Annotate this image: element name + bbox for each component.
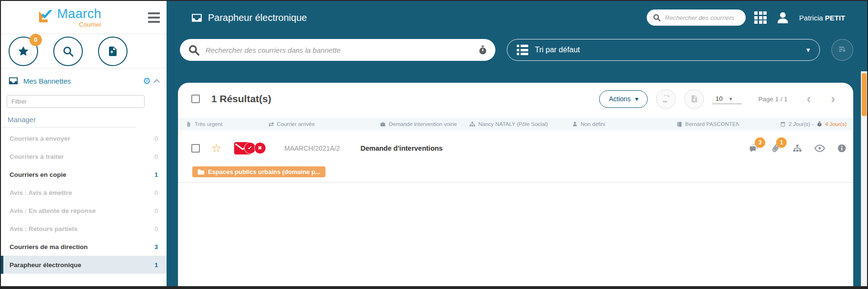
caret-down-icon: ▾ <box>729 96 732 102</box>
tags-row: Espaces publics urbains (domaine p... <box>178 164 853 182</box>
preview-button[interactable] <box>814 144 825 153</box>
basket-count: 0 <box>155 135 158 142</box>
results-card: 1 Résultat(s) Actions ▾ <box>178 83 853 286</box>
column-priority[interactable]: Très urgent <box>178 121 268 127</box>
briefcase-icon <box>380 121 386 127</box>
calendar-icon <box>780 121 786 127</box>
sidebar-item-courriers-a-envoyer[interactable]: Courriers à envoyer 0 <box>1 129 167 147</box>
star-icon <box>17 45 30 58</box>
comments-badge: 3 <box>755 137 765 148</box>
scrollbar[interactable] <box>861 71 867 286</box>
sort-label: Tri par défaut <box>535 46 580 54</box>
actions-button[interactable]: Actions ▾ <box>599 90 648 108</box>
folder-tag[interactable]: Espaces publics urbains (domaine p... <box>192 166 326 177</box>
column-assignee[interactable]: Non défini <box>572 121 677 127</box>
cross-badge-icon: ✖ <box>254 142 266 154</box>
sort-descending-icon <box>838 45 847 55</box>
info-icon <box>837 144 847 153</box>
scrollbar-thumb[interactable] <box>862 73 867 116</box>
sidebar-quick-actions: 0 <box>1 34 167 68</box>
global-search <box>647 10 746 26</box>
column-category[interactable]: ⇄ Courrier arrivée <box>268 120 380 128</box>
basket-search <box>180 39 495 61</box>
basket-count: 1 <box>155 171 158 178</box>
content-area: 1 Résultat(s) Actions ▾ <box>167 66 867 286</box>
basket-count: 1 <box>155 261 158 269</box>
document-subject[interactable]: Demande d'interventions <box>361 144 443 152</box>
sidebar-item-courriers-de-ma-direction[interactable]: Courriers de ma direction 3 <box>1 238 167 256</box>
comments-button[interactable]: 3 <box>749 144 759 153</box>
basket-count: 0 <box>155 189 158 196</box>
basket-group-label: Manager <box>2 116 136 127</box>
collapse-chevron-icon[interactable] <box>154 79 160 85</box>
maarch-logo: Maarch Courrier <box>37 8 101 28</box>
attachments-badge: 1 <box>776 137 787 148</box>
scroll-icon <box>661 94 671 104</box>
column-delays[interactable]: 2 Jour(s) - 4 Jour(s) <box>739 121 853 127</box>
stopwatch-icon[interactable] <box>478 45 488 55</box>
sort-direction-button[interactable] <box>831 39 853 61</box>
results-count: 1 Résultat(s) <box>211 93 271 105</box>
export-button[interactable] <box>684 89 704 109</box>
basket-count: 0 <box>155 207 158 214</box>
search-button[interactable] <box>53 37 83 66</box>
sidebar-item-courriers-a-traiter[interactable]: Courriers à traiter 0 <box>1 147 167 165</box>
new-document-button[interactable] <box>98 37 128 66</box>
favorites-button[interactable]: 0 <box>9 37 38 66</box>
favorites-badge: 0 <box>30 34 42 46</box>
caret-down-icon: ▾ <box>806 46 810 54</box>
search-icon <box>187 44 200 56</box>
bannettes-title: Mes Bannettes <box>23 77 71 85</box>
results-header: 1 Résultat(s) Actions ▾ <box>178 83 853 113</box>
next-page-button[interactable]: › <box>825 93 841 106</box>
eye-icon <box>814 144 825 153</box>
sidebar-item-avis-retours-partiels[interactable]: Avis : Retours partiels 0 <box>1 220 167 238</box>
brand-name: Maarch <box>57 8 101 20</box>
global-search-input[interactable] <box>665 14 740 21</box>
star-outline-icon[interactable]: ☆ <box>211 143 222 154</box>
sidebar-item-avis-en-attente[interactable]: Avis : En attente de réponse 0 <box>1 202 167 220</box>
summary-sheet-button[interactable] <box>656 89 676 109</box>
maarch-logo-icon <box>37 8 54 25</box>
baskets-list: Courriers à envoyer 0 Courriers à traite… <box>1 129 167 274</box>
column-subject-type[interactable]: Demande intervention voirie <box>380 121 469 127</box>
page-size-select[interactable]: 10 ▾ <box>712 94 742 104</box>
basket-toolbar: Tri par défaut ▾ <box>167 34 867 66</box>
sidebar: Maarch Courrier 0 <box>1 1 167 286</box>
page-title: Parapheur électronique <box>208 12 307 23</box>
attachments-button[interactable]: 1 <box>771 144 780 153</box>
inbox-icon <box>8 76 19 86</box>
filter-input[interactable] <box>7 95 145 108</box>
gear-icon[interactable]: ⚙ <box>143 77 151 86</box>
previous-page-button[interactable]: ‹ <box>801 93 817 106</box>
select-all-checkbox[interactable] <box>191 95 200 103</box>
row-checkbox[interactable] <box>191 144 200 153</box>
column-entity[interactable]: Nancy NATALY (Pôle Social) <box>469 121 572 127</box>
sort-select[interactable]: Tri par défaut ▾ <box>507 39 820 61</box>
hamburger-menu-icon[interactable] <box>146 10 162 25</box>
info-button[interactable] <box>837 144 847 153</box>
apps-grid-icon[interactable] <box>754 11 767 24</box>
result-row[interactable]: ☆ ✔ ✖ MAARCH/2021A/2 Demande d'intervent… <box>178 133 853 164</box>
basket-search-input[interactable] <box>206 46 472 54</box>
diffusion-list-button[interactable] <box>792 144 802 153</box>
sitemap-icon <box>792 144 802 153</box>
mail-status: ✔ ✖ <box>234 141 267 155</box>
basket-count: 0 <box>155 225 158 232</box>
user-avatar-icon[interactable] <box>775 10 790 25</box>
main-header: Parapheur électronique Patricia PETIT <box>167 1 867 34</box>
basket-count: 0 <box>155 153 158 160</box>
results-table-header: Très urgent ⇄ Courrier arrivée Demande i… <box>178 118 853 130</box>
sitemap-icon <box>469 121 475 127</box>
column-contact[interactable]: Bernard PASCONTENT <box>677 121 739 127</box>
user-name[interactable]: Patricia PETIT <box>799 14 845 22</box>
brand-subtitle: Courrier <box>79 21 101 28</box>
address-book-icon <box>677 121 682 127</box>
file-plus-icon <box>107 46 118 57</box>
sidebar-item-courriers-en-copie[interactable]: Courriers en copie 1 <box>1 165 167 183</box>
row-divider <box>178 182 853 183</box>
sidebar-header: Maarch Courrier <box>1 1 167 34</box>
bannettes-section-header: Mes Bannettes ⚙ <box>1 68 167 93</box>
sidebar-item-avis-a-emettre[interactable]: Avis : Avis à émettre 0 <box>1 183 167 202</box>
sidebar-item-parapheur-electronique[interactable]: Parapheur électronique 1 <box>1 256 167 274</box>
